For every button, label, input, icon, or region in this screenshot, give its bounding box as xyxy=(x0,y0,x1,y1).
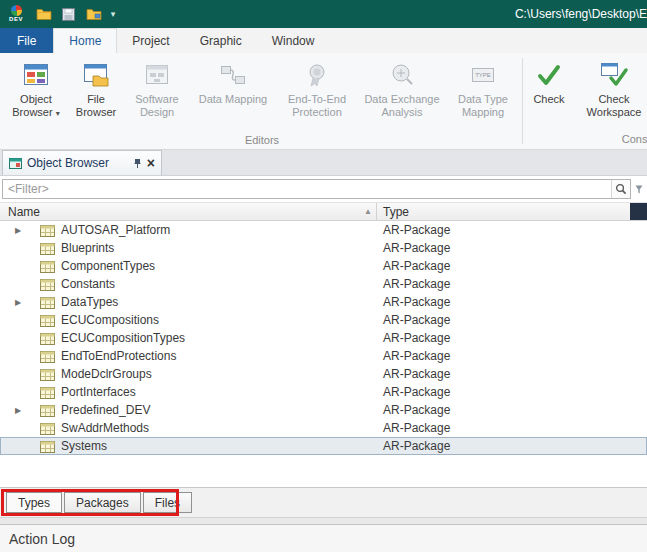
table-row[interactable]: BlueprintsAR-Package xyxy=(0,239,647,257)
svg-text:TYPE: TYPE xyxy=(475,72,491,78)
button-label: Object Browser xyxy=(12,93,52,118)
button-label: Check Workspace xyxy=(587,93,642,118)
document-tab-strip: Object Browser × xyxy=(0,150,647,176)
data-mapping-button: Data Mapping xyxy=(191,56,275,106)
expand-arrow-icon[interactable]: ▶ xyxy=(13,406,23,415)
package-icon xyxy=(40,386,55,399)
tab-project[interactable]: Project xyxy=(117,28,184,53)
row-type: AR-Package xyxy=(377,349,450,363)
dropdown-arrow-icon: ▾ xyxy=(56,109,60,118)
open-folder-button[interactable] xyxy=(31,2,56,26)
row-name: ECUCompositionTypes xyxy=(61,331,377,345)
row-name: Blueprints xyxy=(61,241,377,255)
end-to-end-protection-button: End-To-End Protection xyxy=(277,56,357,119)
open-folder-icon xyxy=(36,8,52,20)
panel-splitter[interactable] xyxy=(0,517,647,524)
tab-window[interactable]: Window xyxy=(257,28,330,53)
ribbon-group-editors: Object Browser ▾ File Browser Software D… xyxy=(4,53,520,149)
column-header-name[interactable]: Name ▲ xyxy=(0,203,377,220)
row-type: AR-Package xyxy=(377,403,450,417)
data-type-mapping-button: TYPE Data Type Mapping xyxy=(447,56,519,119)
ribbon: Object Browser ▾ File Browser Software D… xyxy=(0,53,647,150)
action-log-panel-header[interactable]: Action Log xyxy=(0,524,647,552)
table-row[interactable]: SwAddrMethodsAR-Package xyxy=(0,419,647,437)
row-name: ComponentTypes xyxy=(61,259,377,273)
funnel-icon xyxy=(635,185,643,194)
ribbon-tab-bar: File Home Project Graphic Window xyxy=(0,28,647,53)
logo-text: DEV xyxy=(9,16,23,23)
package-icon xyxy=(40,224,55,237)
button-label: Data Type Mapping xyxy=(458,93,508,118)
button-label: End-To-End Protection xyxy=(288,93,346,118)
table-row[interactable]: SystemsAR-Package xyxy=(0,437,647,455)
check-workspace-icon xyxy=(598,59,630,91)
package-icon xyxy=(40,296,55,309)
table-row[interactable]: ConstantsAR-Package xyxy=(0,275,647,293)
object-browser-grid: Name ▲ Type ▶AUTOSAR_PlatformAR-PackageB… xyxy=(0,202,647,487)
button-label: Software Design xyxy=(135,93,178,118)
table-row[interactable]: ComponentTypesAR-Package xyxy=(0,257,647,275)
package-icon xyxy=(40,422,55,435)
package-icon xyxy=(40,242,55,255)
tab-types[interactable]: Types xyxy=(6,492,62,513)
tab-file[interactable]: File xyxy=(0,28,53,53)
tab-files[interactable]: Files xyxy=(143,492,192,513)
open-workspace-button[interactable] xyxy=(81,2,106,26)
package-icon xyxy=(40,332,55,345)
table-row[interactable]: ECUCompositionsAR-Package xyxy=(0,311,647,329)
expand-arrow-icon[interactable]: ▶ xyxy=(13,298,23,307)
object-browser-icon xyxy=(20,59,52,91)
data-type-mapping-icon: TYPE xyxy=(467,59,499,91)
document-tab-object-browser[interactable]: Object Browser × xyxy=(2,150,162,175)
table-row[interactable]: ModeDclrGroupsAR-Package xyxy=(0,365,647,383)
table-row[interactable]: ▶Predefined_DEVAR-Package xyxy=(0,401,647,419)
tab-packages[interactable]: Packages xyxy=(64,492,141,513)
row-name: Predefined_DEV xyxy=(61,403,377,417)
save-button[interactable] xyxy=(56,2,81,26)
filter-input[interactable] xyxy=(3,180,611,198)
check-button[interactable]: Check xyxy=(526,56,572,106)
column-header-type[interactable]: Type xyxy=(377,203,630,220)
tab-graphic[interactable]: Graphic xyxy=(185,28,257,53)
object-browser-button[interactable]: Object Browser ▾ xyxy=(5,56,67,120)
expand-arrow-icon[interactable]: ▶ xyxy=(13,226,23,235)
table-row[interactable]: ECUCompositionTypesAR-Package xyxy=(0,329,647,347)
data-mapping-icon xyxy=(217,59,249,91)
document-tab-title: Object Browser xyxy=(27,156,128,170)
file-browser-button[interactable]: File Browser xyxy=(69,56,123,119)
data-exchange-analysis-button: Data Exchange Analysis xyxy=(359,56,445,119)
filter-options-button[interactable] xyxy=(633,179,645,199)
check-workspace-button[interactable]: Check Workspace xyxy=(574,56,647,119)
bottom-tab-strip: Types Packages Files xyxy=(0,487,647,517)
table-row[interactable]: PortInterfacesAR-Package xyxy=(0,383,647,401)
column-options-button[interactable] xyxy=(630,203,647,220)
table-row[interactable]: ▶AUTOSAR_PlatformAR-Package xyxy=(0,221,647,239)
table-row[interactable]: EndToEndProtectionsAR-Package xyxy=(0,347,647,365)
check-icon xyxy=(533,59,565,91)
search-button[interactable] xyxy=(611,180,630,198)
row-name: Systems xyxy=(61,439,377,453)
object-browser-tab-icon xyxy=(9,157,22,170)
row-type: AR-Package xyxy=(377,277,450,291)
row-type: AR-Package xyxy=(377,259,450,273)
package-icon xyxy=(40,314,55,327)
close-tab-icon[interactable]: × xyxy=(147,157,155,169)
package-icon xyxy=(40,260,55,273)
tab-home[interactable]: Home xyxy=(53,28,117,53)
row-type: AR-Package xyxy=(377,241,450,255)
button-label: File Browser xyxy=(76,93,116,118)
pin-icon[interactable] xyxy=(133,158,142,169)
package-icon xyxy=(40,404,55,417)
table-row[interactable]: ▶DataTypesAR-Package xyxy=(0,293,647,311)
ribbon-group-label-consistency: Consister xyxy=(585,132,647,148)
row-type: AR-Package xyxy=(377,223,450,237)
row-type: AR-Package xyxy=(377,367,450,381)
row-type: AR-Package xyxy=(377,385,450,399)
search-icon xyxy=(615,183,627,195)
column-type-label: Type xyxy=(383,205,409,219)
package-icon xyxy=(40,368,55,381)
quick-access-dropdown-icon[interactable]: ▾ xyxy=(106,9,120,19)
save-icon xyxy=(62,8,75,21)
row-name: SwAddrMethods xyxy=(61,421,377,435)
sort-ascending-icon: ▲ xyxy=(364,207,372,216)
